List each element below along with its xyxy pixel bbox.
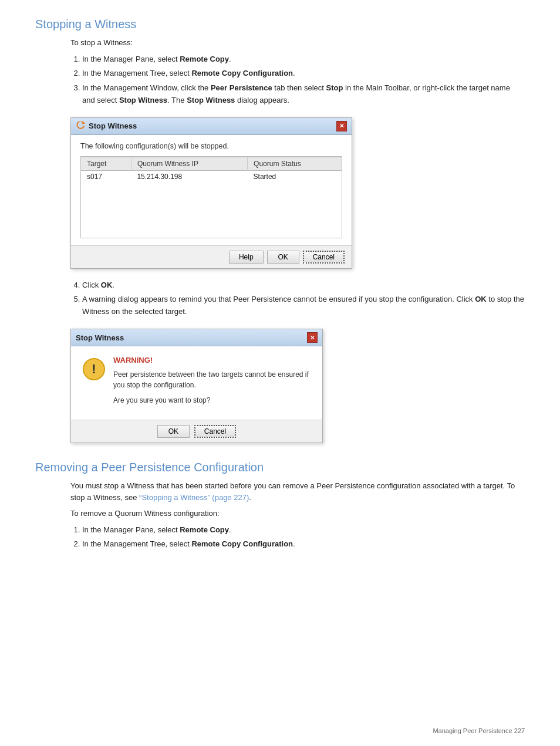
section2-link[interactable]: “Stopping a Witness” (page 227) [139, 493, 249, 502]
warning-title: WARNING! [113, 356, 311, 364]
col-quorum-ip: Quorum Witness IP [131, 157, 247, 170]
step-5: A warning dialog appears to remind you t… [82, 293, 525, 318]
step4-bold: OK [101, 281, 113, 289]
step-2: In the Management Tree, select Remote Co… [82, 67, 525, 80]
dialog1-titlebar: Stop Witness ✕ [71, 118, 352, 135]
refresh-icon [76, 121, 85, 131]
dialog1-help-button[interactable]: Help [229, 251, 264, 264]
dialog1-body: The following configuration(s) will be s… [71, 135, 352, 245]
step1-bold: Remote Copy [180, 55, 229, 63]
cell-target: s017 [81, 170, 131, 183]
stop-witness-dialog2: Stop Witness ✕ ! WARNING! Peer persisten… [70, 329, 323, 443]
step3-bold2: Stop [326, 83, 343, 92]
dialog1-close-button[interactable]: ✕ [336, 121, 347, 131]
warning-icon: ! [83, 358, 105, 380]
table-row: s017 15.214.30.198 Started [81, 170, 342, 183]
dialog2-cancel-button[interactable]: Cancel [194, 425, 236, 438]
dialog2-footer: OK Cancel [71, 420, 322, 443]
section2-step-1: In the Manager Pane, select Remote Copy. [82, 524, 525, 536]
cell-status: Started [248, 170, 342, 183]
s2-step2-bold: Remote Copy Configuration [191, 539, 293, 548]
section2-para1: You must stop a Witness that has been st… [70, 480, 525, 503]
section2-para1-text: You must stop a Witness that has been st… [70, 481, 515, 502]
step3-bold1: Peer Persistence [211, 83, 272, 92]
section2-step-2: In the Management Tree, select Remote Co… [82, 538, 525, 551]
step-3: In the Management Window, click the Peer… [82, 82, 525, 107]
step2-bold: Remote Copy Configuration [191, 69, 293, 77]
section2-container: Removing a Peer Persistence Configuratio… [35, 461, 525, 551]
dialog1-table-area: Target Quorum Witness IP Quorum Status s… [80, 156, 342, 238]
page-footer: Managing Peer Persistence 227 [433, 727, 525, 734]
footer-text: Managing Peer Persistence 227 [433, 727, 525, 734]
dialog1-container: Stop Witness ✕ The following configurati… [70, 117, 352, 269]
dialog2-container: Stop Witness ✕ ! WARNING! Peer persisten… [70, 329, 323, 443]
warning-text1: Peer persistence between the two targets… [113, 369, 311, 390]
s2-step1-bold: Remote Copy [180, 525, 229, 534]
dialog1-title-text: Stop Witness [89, 121, 137, 130]
section1-intro: To stop a Witness: [70, 37, 525, 49]
dialog1-cancel-button[interactable]: Cancel [303, 251, 345, 264]
dialog1-ok-button[interactable]: OK [267, 251, 299, 264]
step3-bold3: Stop Witness [119, 96, 167, 104]
warning-text2: Are you sure you want to stop? [113, 395, 311, 406]
step-4: Click OK. [82, 279, 525, 292]
step-1: In the Manager Pane, select Remote Copy. [82, 53, 525, 66]
section2-heading: Removing a Peer Persistence Configuratio… [35, 461, 525, 474]
section2-steps: In the Manager Pane, select Remote Copy.… [70, 524, 525, 551]
dialog1-title-left: Stop Witness [76, 121, 137, 131]
stop-witness-dialog1: Stop Witness ✕ The following configurati… [70, 117, 352, 269]
warning-content: WARNING! Peer persistence between the tw… [113, 356, 311, 410]
section2-para1-after: . [249, 493, 251, 502]
table-header-row: Target Quorum Witness IP Quorum Status [81, 157, 342, 170]
section2-para2: To remove a Quorum Witness configuration… [70, 508, 525, 519]
dialog1-desc: The following configuration(s) will be s… [80, 142, 342, 150]
step5-bold: OK [475, 295, 487, 303]
section1-steps-continued: Click OK. A warning dialog appears to re… [70, 279, 525, 318]
dialog1-table: Target Quorum Witness IP Quorum Status s… [81, 157, 342, 183]
dialog2-body: ! WARNING! Peer persistence between the … [71, 346, 322, 420]
col-quorum-status: Quorum Status [248, 157, 342, 170]
dialog2-titlebar: Stop Witness ✕ [71, 329, 322, 346]
section1-heading: Stopping a Witness [35, 18, 525, 31]
cell-ip: 15.214.30.198 [131, 170, 247, 183]
step3-bold4: Stop Witness [187, 96, 235, 104]
section1-steps: In the Manager Pane, select Remote Copy.… [70, 53, 525, 107]
dialog2-title-left: Stop Witness [76, 333, 124, 342]
dialog2-close-button[interactable]: ✕ [307, 332, 318, 343]
dialog1-footer: Help OK Cancel [71, 245, 352, 268]
dialog2-title-text: Stop Witness [76, 333, 124, 342]
col-target: Target [81, 157, 131, 170]
dialog2-ok-button[interactable]: OK [157, 425, 190, 438]
